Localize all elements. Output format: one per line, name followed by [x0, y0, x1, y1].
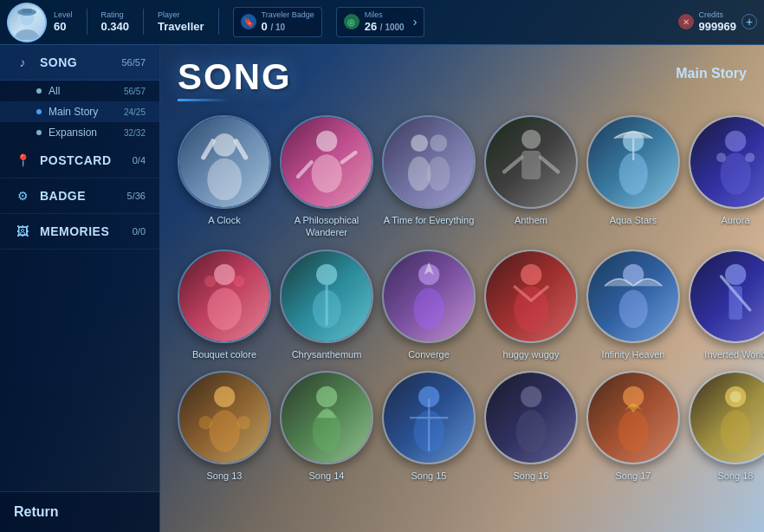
song-card[interactable]: Inverted World	[689, 250, 764, 360]
song-name: Aqua Stars	[610, 214, 657, 226]
svg-point-9	[316, 131, 337, 152]
sidebar-subitem-expansion[interactable]: Expansion 32/32	[0, 122, 159, 143]
add-credits-button[interactable]: +	[741, 14, 757, 29]
song-card[interactable]: Aurora	[689, 115, 764, 239]
song-card[interactable]: Aqua Stars	[586, 115, 680, 239]
svg-line-8	[236, 141, 245, 158]
song-card[interactable]: Song 13	[178, 371, 271, 482]
svg-point-31	[233, 276, 244, 287]
song-card[interactable]: Bouquet colore	[178, 250, 271, 360]
song-card[interactable]: A Clock	[178, 115, 271, 239]
player-name: Traveller	[158, 20, 204, 34]
song-circle-inner	[179, 251, 269, 341]
miles-icon: ◎	[344, 14, 359, 29]
sidebar-subitem-all[interactable]: All 56/57	[0, 81, 159, 101]
svg-point-54	[515, 410, 546, 452]
song-grid: A ClockA Philosophical WandererA Time fo…	[178, 115, 747, 482]
header: Level 60 Rating 0.340 Player Traveller 🔖…	[0, 0, 764, 45]
sidebar-item-badge[interactable]: ⚙ BADGE 5/36	[0, 178, 159, 214]
svg-point-5	[213, 133, 236, 157]
svg-point-38	[521, 264, 541, 285]
song-circle	[382, 250, 476, 343]
song-card[interactable]: Chrysanthemum	[280, 250, 373, 360]
song-circle	[689, 371, 764, 464]
main-story-dot	[36, 109, 42, 114]
song-card[interactable]: Song 18	[689, 371, 764, 482]
song-circle-inner	[486, 373, 576, 463]
svg-point-41	[618, 290, 647, 328]
song-circle	[586, 371, 680, 464]
song-circle	[484, 250, 578, 343]
song-name: A Time for Everything	[384, 214, 475, 226]
song-name: huggy wuggy	[503, 348, 560, 360]
main-content: SONG Main Story A ClockA Philosophical W…	[160, 45, 764, 532]
sidebar-item-postcard-left: 📍 POSTCARD	[14, 152, 112, 169]
sidebar-memories-label: MEMORIES	[40, 224, 109, 238]
svg-point-53	[521, 386, 541, 406]
svg-point-1	[15, 29, 39, 40]
avatar[interactable]	[7, 3, 47, 42]
song-circle	[280, 250, 373, 343]
song-circle	[382, 371, 476, 464]
sidebar-badge-label: BADGE	[40, 189, 86, 203]
sidebar-subitem-main-story[interactable]: Main Story 24/25	[0, 101, 159, 122]
credits-icon: ✕	[678, 14, 694, 29]
song-card[interactable]: A Time for Everything	[382, 115, 476, 239]
svg-point-27	[745, 152, 754, 162]
sidebar-badge-count: 5/36	[127, 191, 146, 201]
song-card[interactable]: A Philosophical Wanderer	[280, 115, 373, 239]
song-card[interactable]: Song 17	[586, 371, 680, 482]
song-circle-inner	[588, 251, 678, 341]
song-card[interactable]: Infinity Heaven	[586, 250, 680, 360]
song-circle-inner	[282, 251, 372, 341]
main-story-count: 24/25	[124, 107, 146, 117]
return-button[interactable]: Return	[0, 491, 159, 532]
song-circle	[484, 115, 578, 209]
song-title-block: SONG	[178, 59, 292, 101]
svg-point-46	[209, 410, 239, 452]
credits-label: Credits	[699, 10, 736, 20]
traveler-badge-stats: Traveler Badge 0 / 10	[262, 10, 314, 33]
song-name: Anthem	[515, 214, 547, 226]
sidebar-postcard-label: POSTCARD	[40, 153, 112, 167]
postcard-icon: 📍	[14, 152, 31, 169]
credits-group: ✕ Credits 999969 +	[678, 10, 757, 33]
song-circle-inner	[486, 117, 576, 207]
svg-point-30	[204, 276, 216, 287]
traveler-badge-value: 0 / 10	[262, 20, 314, 34]
svg-point-16	[427, 156, 450, 191]
song-circle	[280, 371, 373, 464]
song-card[interactable]: Anthem	[484, 115, 578, 239]
rating-group: Rating 0.340	[101, 10, 130, 33]
song-card[interactable]: huggy wuggy	[484, 250, 578, 360]
song-card[interactable]: Converge	[382, 250, 476, 360]
sidebar-song-count: 56/57	[121, 57, 146, 68]
song-card[interactable]: Song 15	[382, 371, 476, 482]
level-label: Level	[54, 10, 73, 20]
expansion-count: 32/32	[124, 128, 146, 138]
song-card[interactable]: Song 16	[484, 371, 578, 482]
svg-point-28	[214, 264, 235, 285]
song-card[interactable]: Song 14	[280, 371, 373, 482]
song-name: Chrysanthemum	[292, 348, 362, 360]
sidebar-song-sub: All 56/57 Main Story 24/25 Expansion 32/…	[0, 81, 159, 143]
sidebar-item-memories[interactable]: 🖼 MEMORIES 0/0	[0, 214, 159, 250]
svg-line-7	[204, 141, 213, 158]
song-circle-inner	[384, 117, 474, 207]
song-circle-inner	[690, 117, 764, 207]
svg-point-26	[716, 152, 726, 162]
svg-rect-18	[521, 151, 541, 179]
song-name: Song 17	[616, 470, 651, 482]
svg-line-19	[504, 157, 521, 172]
divider-3	[218, 9, 219, 35]
svg-point-32	[316, 264, 337, 285]
sidebar-item-postcard[interactable]: 📍 POSTCARD 0/4	[0, 143, 159, 178]
all-dot	[36, 88, 42, 94]
miles-value: 26 / 1000	[365, 20, 405, 34]
player-group: Player Traveller	[158, 10, 204, 33]
song-circle-inner	[179, 117, 269, 207]
sidebar-memories-count: 0/0	[133, 226, 146, 237]
expansion-dot	[36, 130, 42, 135]
sidebar-item-song[interactable]: ♪ SONG 56/57	[0, 45, 159, 81]
song-name: Song 13	[207, 470, 243, 482]
